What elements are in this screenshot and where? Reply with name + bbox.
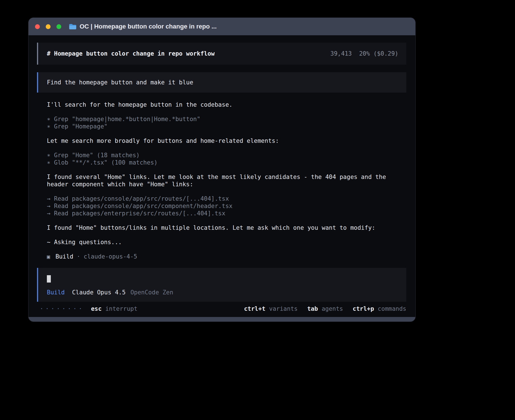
close-button[interactable] [35,24,40,29]
model-label[interactable]: Claude Opus 4.5 [72,289,126,296]
zoom-button[interactable] [56,24,61,29]
window-bottom-edge [29,317,415,321]
message-log: I'll search for the homepage button in t… [37,101,406,260]
title-area: OC | Homepage button color change in rep… [69,23,217,30]
hint-label: agents [322,305,343,312]
spinner-icon: ········ [40,305,84,312]
titlebar[interactable]: OC | Homepage button color change in rep… [29,18,415,35]
agent-model: claude-opus-4-5 [84,253,137,260]
statusbar-right: ctrl+tvariants tabagents ctrl+pcommands [234,305,406,312]
hint-key: tab [307,305,318,312]
agent-separator: · [77,253,80,260]
hint-agents: tabagents [307,305,343,312]
terminal-window: OC | Homepage button color change in rep… [28,18,416,322]
text-cursor [47,275,51,283]
hint-label: variants [269,305,298,312]
assistant-text: I'll search for the homepage button in t… [47,101,406,108]
provider-label: OpenCode Zen [130,289,173,296]
agent-name: Build [55,253,73,260]
context-usage: 20% ($0.29) [359,50,398,57]
tool-call: ∗ Grep "Home" (18 matches) [47,152,406,159]
session-stats: 39,413 20% ($0.29) [330,50,398,57]
traffic-lights [29,24,61,29]
user-message: Find the homepage button and make it blu… [37,72,406,93]
session-title: # Homepage button color change in repo w… [47,50,215,57]
tool-call: → Read packages/console/app/src/componen… [47,202,406,210]
tool-call: ∗ Grep "homepage|home.*button|Home.*butt… [47,115,406,123]
mode-label[interactable]: Build [47,289,65,296]
hint-key: ctrl+p [353,305,374,312]
hint-commands: ctrl+pcommands [353,305,406,312]
assistant-status-text: ~ Asking questions... [47,239,406,246]
agent-status: ▣ Build · claude-opus-4-5 [47,253,406,260]
agent-icon: ▣ [47,253,50,260]
assistant-text: Let me search more broadly for buttons a… [47,137,406,145]
token-count: 39,413 [330,50,352,57]
tool-call: → Read packages/console/app/src/routes/[… [47,195,406,202]
tool-call: ∗ Grep "Homepage" [47,123,406,130]
window-title: OC | Homepage button color change in rep… [80,23,217,30]
assistant-text: I found "Home" buttons/links in multiple… [47,224,406,231]
tool-call: → Read packages/enterprise/src/routes/[.… [47,210,406,217]
folder-icon [69,24,77,30]
minimize-button[interactable] [46,24,51,29]
esc-key-label: interrupt [105,305,138,312]
statusbar: ········ esc interrupt ctrl+tvariants ta… [37,305,406,312]
statusbar-left: ········ esc interrupt [40,305,138,312]
hint-variants: ctrl+tvariants [244,305,298,312]
assistant-text: I found several "Home" links. Let me loo… [47,173,406,188]
user-message-text: Find the homepage button and make it blu… [47,79,193,86]
tool-call: ∗ Glob "**/*.tsx" (100 matches) [47,159,406,166]
prompt-input[interactable]: Build Claude Opus 4.5 OpenCode Zen [37,268,406,302]
terminal-content: # Homepage button color change in repo w… [29,35,415,317]
input-footer: Build Claude Opus 4.5 OpenCode Zen [47,289,398,296]
hint-key: ctrl+t [244,305,265,312]
hint-label: commands [378,305,406,312]
esc-key-hint: esc [91,305,102,312]
session-header: # Homepage button color change in repo w… [37,43,406,65]
